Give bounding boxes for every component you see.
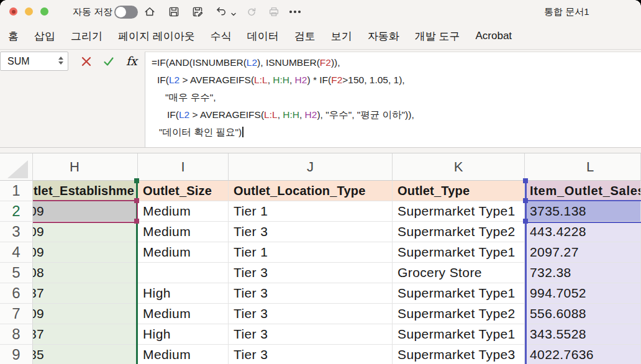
cell-L6[interactable]: 994.7052 xyxy=(525,283,641,304)
undo-icon[interactable] xyxy=(215,6,227,18)
column-header-J[interactable]: J xyxy=(229,153,393,181)
row-header-9[interactable]: 9 xyxy=(0,345,33,364)
cell-H1[interactable]: tlet_Establishme xyxy=(33,181,138,201)
cell-H5[interactable]: 08 xyxy=(33,263,138,283)
column-header-L[interactable]: L xyxy=(525,153,641,181)
cell-L2[interactable]: 3735.138 xyxy=(525,201,641,222)
row-header-8[interactable]: 8 xyxy=(0,324,33,345)
ribbon-tab-3[interactable]: 페이지 레이아웃 xyxy=(118,29,195,43)
cell-L5[interactable]: 732.38 xyxy=(525,263,641,283)
save-icon[interactable] xyxy=(168,6,180,18)
cell-J5[interactable]: Tier 3 xyxy=(229,263,393,283)
save-as-icon[interactable] xyxy=(191,6,204,18)
more-options-icon[interactable] xyxy=(289,11,301,13)
print-icon xyxy=(268,6,280,18)
cell-K9[interactable]: Supermarket Type3 xyxy=(393,345,525,364)
cell-H3[interactable]: 09 xyxy=(33,222,138,242)
ribbon-tab-2[interactable]: 그리기 xyxy=(71,29,102,43)
ribbon-tab-9[interactable]: 개발 도구 xyxy=(415,29,460,43)
cell-H2[interactable]: 09 xyxy=(33,201,138,222)
formula-line-4: IF(L2 > AVERAGEIFS(L:L, H:H, H2), "우수", … xyxy=(145,106,641,124)
ribbon-tab-1[interactable]: 삽입 xyxy=(34,29,55,43)
cancel-icon[interactable] xyxy=(81,56,92,67)
cell-H8[interactable]: 87 xyxy=(33,324,138,345)
insert-function-icon[interactable]: fx xyxy=(126,54,137,68)
row-header-6[interactable]: 6 xyxy=(0,283,33,304)
undo-menu-chevron-icon[interactable] xyxy=(230,9,237,15)
cell-I4[interactable]: Medium xyxy=(138,242,229,263)
ribbon-tab-5[interactable]: 데이터 xyxy=(247,29,279,43)
cell-I1[interactable]: Outlet_Size xyxy=(138,181,229,201)
row-header-3[interactable]: 3 xyxy=(0,222,33,242)
cell-K7[interactable]: Supermarket Type2 xyxy=(393,304,525,324)
cell-L7[interactable]: 556.6088 xyxy=(525,304,641,324)
cell-J1[interactable]: Outlet_Location_Type xyxy=(229,181,393,201)
row-header-4[interactable]: 4 xyxy=(0,242,33,263)
ribbon-tab-8[interactable]: 자동화 xyxy=(368,29,399,43)
name-box[interactable]: SUM xyxy=(0,52,68,71)
ribbon-tab-10[interactable]: Acrobat xyxy=(475,30,512,42)
cell-H4[interactable]: 09 xyxy=(33,242,138,263)
home-icon[interactable] xyxy=(143,6,156,18)
cell-L9[interactable]: 4022.7636 xyxy=(525,345,641,364)
column-header-K[interactable]: K xyxy=(393,153,525,181)
row-header-5[interactable]: 5 xyxy=(0,263,33,283)
window-corner-right xyxy=(635,0,641,6)
cell-I9[interactable]: Medium xyxy=(138,345,229,364)
column-header-H[interactable]: H xyxy=(33,153,138,181)
toggle-knob xyxy=(116,7,126,17)
cell-I3[interactable]: Medium xyxy=(138,222,229,242)
select-all-corner[interactable] xyxy=(0,153,33,181)
cell-L8[interactable]: 343.5528 xyxy=(525,324,641,345)
cell-H6[interactable]: 87 xyxy=(33,283,138,304)
ribbon-tab-4[interactable]: 수식 xyxy=(211,29,232,43)
row-header-7[interactable]: 7 xyxy=(0,304,33,324)
cell-I6[interactable]: High xyxy=(138,283,229,304)
zoom-button[interactable] xyxy=(40,7,48,16)
cell-L4[interactable]: 2097.27 xyxy=(525,242,641,263)
autosave-label: 자동 저장 xyxy=(73,6,112,18)
cell-H9[interactable]: 85 xyxy=(33,345,138,364)
text-cursor xyxy=(242,127,243,137)
cell-J4[interactable]: Tier 1 xyxy=(229,242,393,263)
cell-K5[interactable]: Grocery Store xyxy=(393,263,525,283)
column-header-I[interactable]: I xyxy=(138,153,229,181)
cell-L1[interactable]: Item_Outlet_Sales xyxy=(525,181,641,201)
cell-J8[interactable]: Tier 3 xyxy=(229,324,393,345)
formula-input[interactable]: =IF(AND(ISNUMBER(L2), ISNUMBER(F2)),IF(L… xyxy=(145,52,641,147)
cell-H7[interactable]: 09 xyxy=(33,304,138,324)
cell-I5[interactable] xyxy=(138,263,229,283)
cell-J7[interactable]: Tier 3 xyxy=(229,304,393,324)
cell-I2[interactable]: Medium xyxy=(138,201,229,222)
formula-line-1: =IF(AND(ISNUMBER(L2), ISNUMBER(F2)), xyxy=(145,54,641,71)
minimize-button[interactable] xyxy=(25,7,33,16)
cell-J9[interactable]: Tier 3 xyxy=(229,345,393,364)
cell-K3[interactable]: Supermarket Type2 xyxy=(393,222,525,242)
stepper-down-icon xyxy=(58,61,63,65)
select-all-triangle xyxy=(7,160,28,178)
autosave-toggle[interactable] xyxy=(114,6,138,19)
cell-J3[interactable]: Tier 3 xyxy=(229,222,393,242)
cell-J6[interactable]: Tier 3 xyxy=(229,283,393,304)
row-header-2[interactable]: 2 xyxy=(0,201,33,222)
enter-icon[interactable] xyxy=(103,56,114,67)
spreadsheet-grid: HIJKL1tlet_EstablishmeOutlet_SizeOutlet_… xyxy=(0,153,641,364)
window-controls xyxy=(9,7,48,16)
cell-K4[interactable]: Supermarket Type1 xyxy=(393,242,525,263)
name-box-value: SUM xyxy=(7,56,30,67)
cell-K2[interactable]: Supermarket Type1 xyxy=(393,201,525,222)
ribbon-tab-7[interactable]: 보기 xyxy=(331,29,352,43)
cell-L3[interactable]: 443.4228 xyxy=(525,222,641,242)
cell-K6[interactable]: Supermarket Type1 xyxy=(393,283,525,304)
ribbon-tab-0[interactable]: 홈 xyxy=(8,29,19,43)
cell-I8[interactable]: High xyxy=(138,324,229,345)
cell-J2[interactable]: Tier 1 xyxy=(229,201,393,222)
name-box-stepper[interactable] xyxy=(58,57,63,65)
redo-icon xyxy=(245,6,258,18)
row-header-1[interactable]: 1 xyxy=(0,181,33,201)
cell-K1[interactable]: Outlet_Type xyxy=(393,181,525,201)
cell-I7[interactable]: Medium xyxy=(138,304,229,324)
cell-K8[interactable]: Supermarket Type1 xyxy=(393,324,525,345)
ribbon-tab-6[interactable]: 검토 xyxy=(294,29,316,43)
close-button[interactable] xyxy=(9,7,17,16)
